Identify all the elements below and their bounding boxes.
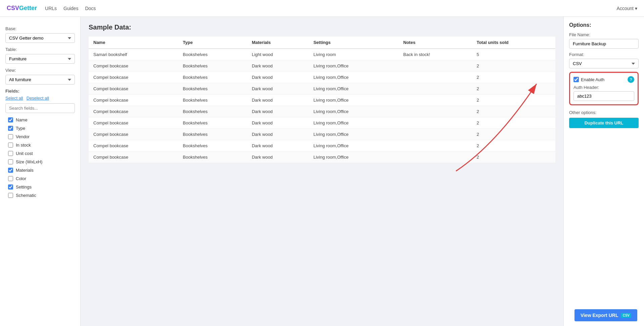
table-row: Compel bookcaseBookshelvesDark woodLivin… xyxy=(89,140,555,152)
auth-header-label: Auth Header: xyxy=(573,85,634,90)
table-cell: Compel bookcase xyxy=(89,152,178,163)
field-checkbox[interactable] xyxy=(8,126,13,131)
other-options-label: Other options: xyxy=(569,110,639,115)
field-label: Type xyxy=(16,126,25,131)
table-cell: Compel bookcase xyxy=(89,106,178,117)
view-label: View: xyxy=(5,68,75,73)
table-cell: Dark wood xyxy=(247,95,309,106)
table-column-header: Settings xyxy=(309,37,399,49)
table-cell xyxy=(399,152,472,163)
field-checkbox[interactable] xyxy=(8,134,13,139)
table-cell: Bookshelves xyxy=(178,117,247,129)
table-cell xyxy=(399,140,472,152)
table-cell: 2 xyxy=(472,129,555,140)
table-cell: 2 xyxy=(472,60,555,72)
view-select[interactable]: All furniture xyxy=(5,75,75,85)
table-body: Samari bookshelfBookshelvesLight woodLiv… xyxy=(89,49,555,163)
field-item: Size (WxLxH) xyxy=(5,158,75,166)
table-column-header: Type xyxy=(178,37,247,49)
field-label: Materials xyxy=(16,168,34,173)
table-cell: Bookshelves xyxy=(178,106,247,117)
table-cell: Bookshelves xyxy=(178,49,247,60)
table-cell: Living room,Office xyxy=(309,60,399,72)
bottom-bar: View Export URL CSV xyxy=(568,305,644,326)
table-cell: Back in stock! xyxy=(399,49,472,60)
brand-logo: CSVGetter xyxy=(7,5,37,12)
auth-header-input[interactable] xyxy=(573,91,634,101)
select-deselect-row: Select all Deselect all xyxy=(5,96,75,101)
table-row: Compel bookcaseBookshelvesDark woodLivin… xyxy=(89,83,555,95)
data-table: NameTypeMaterialsSettingsNotesTotal unit… xyxy=(89,37,555,163)
table-cell: Living room,Office xyxy=(309,83,399,95)
table-cell: Living room,Office xyxy=(309,152,399,163)
field-checkbox[interactable] xyxy=(8,117,13,122)
format-select[interactable]: CSV JSON Excel xyxy=(569,59,639,68)
sidebar: Base: CSV Getter demo Table: Furniture V… xyxy=(0,17,81,326)
nav-urls[interactable]: URLs xyxy=(45,6,57,11)
field-checkbox[interactable] xyxy=(8,176,13,181)
nav-guides[interactable]: Guides xyxy=(63,6,78,11)
view-export-button[interactable]: View Export URL CSV xyxy=(574,309,637,321)
field-item: Name xyxy=(5,116,75,124)
fields-label: Fields: xyxy=(5,89,75,94)
table-cell: 5 xyxy=(472,49,555,60)
duplicate-url-button[interactable]: Duplicate this URL xyxy=(569,118,639,128)
enable-auth-checkbox[interactable] xyxy=(573,77,579,82)
enable-auth-label: Enable Auth xyxy=(581,77,604,82)
deselect-all-button[interactable]: Deselect all xyxy=(27,96,49,101)
table-header-row: NameTypeMaterialsSettingsNotesTotal unit… xyxy=(89,37,555,49)
table-cell: 2 xyxy=(472,106,555,117)
field-checkbox[interactable] xyxy=(8,159,13,164)
field-checkbox[interactable] xyxy=(8,184,13,189)
table-cell: 2 xyxy=(472,72,555,83)
table-cell xyxy=(399,117,472,129)
table-cell xyxy=(399,60,472,72)
table-cell: Light wood xyxy=(247,49,309,60)
table-row: Compel bookcaseBookshelvesDark woodLivin… xyxy=(89,117,555,129)
table-cell: Bookshelves xyxy=(178,72,247,83)
table-column-header: Name xyxy=(89,37,178,49)
search-fields-input[interactable] xyxy=(5,103,75,113)
field-checkbox[interactable] xyxy=(8,143,13,148)
table-cell: Compel bookcase xyxy=(89,83,178,95)
file-name-input[interactable] xyxy=(569,39,639,49)
table-cell: Dark wood xyxy=(247,117,309,129)
field-checkbox[interactable] xyxy=(8,193,13,198)
table-row: Compel bookcaseBookshelvesDark woodLivin… xyxy=(89,60,555,72)
main-layout: Base: CSV Getter demo Table: Furniture V… xyxy=(0,0,644,326)
options-title: Options: xyxy=(569,22,639,28)
table-cell: Bookshelves xyxy=(178,95,247,106)
field-label: Size (WxLxH) xyxy=(16,159,42,164)
table-cell: Bookshelves xyxy=(178,60,247,72)
navbar: CSVGetter URLs Guides Docs Account ▾ xyxy=(0,0,644,17)
field-item: Materials xyxy=(5,166,75,174)
help-button[interactable]: ? xyxy=(628,76,634,83)
select-all-button[interactable]: Select all xyxy=(5,96,23,101)
base-select[interactable]: CSV Getter demo xyxy=(5,33,75,43)
table-cell xyxy=(399,72,472,83)
table-cell: 2 xyxy=(472,117,555,129)
table-column-header: Materials xyxy=(247,37,309,49)
table-row: Samari bookshelfBookshelvesLight woodLiv… xyxy=(89,49,555,60)
table-cell: Living room,Office xyxy=(309,140,399,152)
table-row: Compel bookcaseBookshelvesDark woodLivin… xyxy=(89,72,555,83)
account-button[interactable]: Account ▾ xyxy=(616,6,637,11)
table-row: Compel bookcaseBookshelvesDark woodLivin… xyxy=(89,106,555,117)
table-cell: Dark wood xyxy=(247,129,309,140)
nav-docs[interactable]: Docs xyxy=(85,6,96,11)
table-cell: Living room,Office xyxy=(309,129,399,140)
table-cell: Compel bookcase xyxy=(89,117,178,129)
table-column-header: Notes xyxy=(399,37,472,49)
field-item: In stock xyxy=(5,141,75,149)
table-cell: 2 xyxy=(472,152,555,163)
table-row: Compel bookcaseBookshelvesDark woodLivin… xyxy=(89,129,555,140)
field-checkbox[interactable] xyxy=(8,168,13,173)
table-cell: Dark wood xyxy=(247,60,309,72)
field-label: Color xyxy=(16,176,26,181)
table-select[interactable]: Furniture xyxy=(5,54,75,64)
main-content: Sample Data: NameTypeMaterialsSettingsNo… xyxy=(81,17,563,326)
table-cell: Compel bookcase xyxy=(89,60,178,72)
field-checkbox[interactable] xyxy=(8,151,13,156)
table-cell: Dark wood xyxy=(247,83,309,95)
table-cell: Bookshelves xyxy=(178,152,247,163)
